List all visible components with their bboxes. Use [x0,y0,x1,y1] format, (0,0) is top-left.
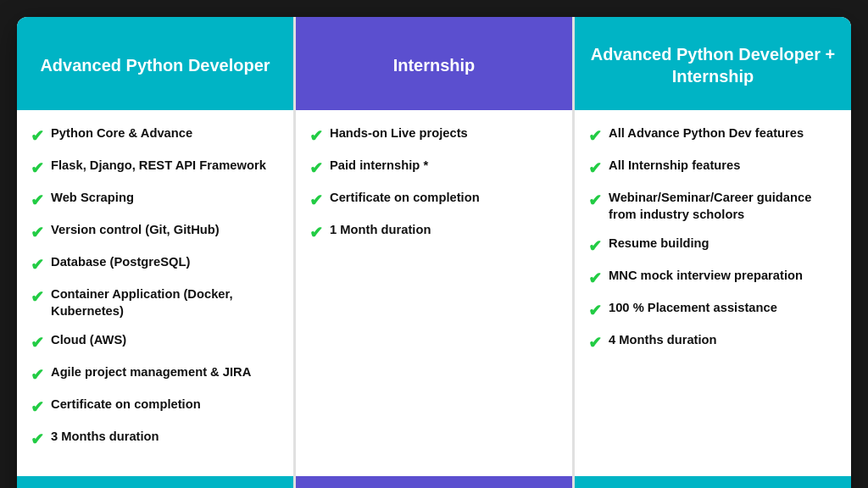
list-item: ✔Python Core & Advance [31,125,280,146]
list-item: ✔All Advance Python Dev features [588,125,837,146]
feature-label: 3 Months duration [51,429,159,446]
plan-header-advanced-python-internship: Advanced Python Developer + Internship [575,17,851,110]
checkmark-icon: ✔ [309,126,323,146]
list-item: ✔3 Months duration [31,429,280,449]
feature-label: Agile project management & JIRA [51,364,251,381]
list-item: ✔100 % Placement assistance [588,300,837,320]
checkmark-icon: ✔ [31,158,44,178]
feature-label: Certificate on completion [51,396,201,413]
list-item: ✔Database (PostgreSQL) [31,254,280,274]
list-item: ✔Hands-on Live projects [309,125,559,146]
checkmark-icon: ✔ [31,430,44,449]
checkmark-icon: ✔ [588,191,602,210]
checkmark-icon: ✔ [31,397,44,417]
list-item: ✔Container Application (Docker, Kubernet… [31,286,280,320]
plan-price-internship: ₹ 3,333 /- [296,476,572,488]
plan-price-advanced-python-internship: ₹ 10,999 /- [575,476,851,488]
checkmark-icon: ✔ [31,333,44,352]
plan-card-advanced-python: Advanced Python Developer✔Python Core & … [17,17,296,488]
list-item: ✔Version control (Git, GitHub) [31,222,280,242]
checkmark-icon: ✔ [31,255,44,274]
feature-label: Webinar/Seminar/Career guidance from ind… [609,190,837,224]
list-item: ✔All Internship features [588,158,837,178]
plan-price-advanced-python: ₹ 8,999 /- [17,476,293,488]
list-item: ✔Webinar/Seminar/Career guidance from in… [588,190,837,224]
feature-label: Version control (Git, GitHub) [51,222,220,239]
checkmark-icon: ✔ [31,126,44,146]
feature-label: 4 Months duration [609,332,717,349]
checkmark-icon: ✔ [31,223,44,242]
plan-header-advanced-python: Advanced Python Developer [17,17,293,110]
feature-label: Certificate on completion [330,190,480,207]
feature-label: Web Scraping [51,190,134,207]
plan-header-internship: Internship [296,17,572,110]
list-item: ✔Paid internship * [309,158,559,178]
pricing-table: Advanced Python Developer✔Python Core & … [17,17,851,488]
plan-features-internship: ✔Hands-on Live projects✔Paid internship … [296,110,572,476]
feature-label: Hands-on Live projects [330,125,468,142]
list-item: ✔1 Month duration [309,222,559,242]
checkmark-icon: ✔ [309,223,323,242]
plan-card-internship: Internship✔Hands-on Live projects✔Paid i… [296,17,575,488]
checkmark-icon: ✔ [309,158,323,178]
checkmark-icon: ✔ [588,126,602,146]
feature-label: 100 % Placement assistance [609,300,777,317]
feature-label: Database (PostgreSQL) [51,254,190,271]
feature-label: Flask, Django, REST API Framework [51,158,266,175]
feature-label: All Internship features [609,158,740,175]
list-item: ✔Web Scraping [31,190,280,210]
feature-label: MNC mock interview preparation [609,268,803,285]
list-item: ✔MNC mock interview preparation [588,268,837,288]
checkmark-icon: ✔ [588,158,602,178]
list-item: ✔Certificate on completion [309,190,559,210]
checkmark-icon: ✔ [31,365,44,385]
feature-label: All Advance Python Dev features [609,125,804,142]
checkmark-icon: ✔ [588,269,602,288]
list-item: ✔Agile project management & JIRA [31,364,280,385]
list-item: ✔Certificate on completion [31,396,280,417]
list-item: ✔4 Months duration [588,332,837,352]
feature-label: 1 Month duration [330,222,431,239]
list-item: ✔Resume building [588,236,837,256]
list-item: ✔Flask, Django, REST API Framework [31,158,280,178]
feature-label: Resume building [609,236,709,252]
checkmark-icon: ✔ [31,191,44,210]
feature-label: Paid internship * [330,158,428,175]
plan-features-advanced-python-internship: ✔All Advance Python Dev features✔All Int… [575,110,851,476]
plan-card-advanced-python-internship: Advanced Python Developer + Internship✔A… [575,17,851,488]
feature-label: Cloud (AWS) [51,332,126,349]
checkmark-icon: ✔ [588,333,602,352]
list-item: ✔Cloud (AWS) [31,332,280,352]
checkmark-icon: ✔ [309,191,323,210]
checkmark-icon: ✔ [588,236,602,256]
checkmark-icon: ✔ [588,301,602,320]
plan-features-advanced-python: ✔Python Core & Advance✔Flask, Django, RE… [17,110,293,476]
feature-label: Python Core & Advance [51,125,192,142]
checkmark-icon: ✔ [31,287,44,307]
feature-label: Container Application (Docker, Kubernete… [51,286,280,320]
